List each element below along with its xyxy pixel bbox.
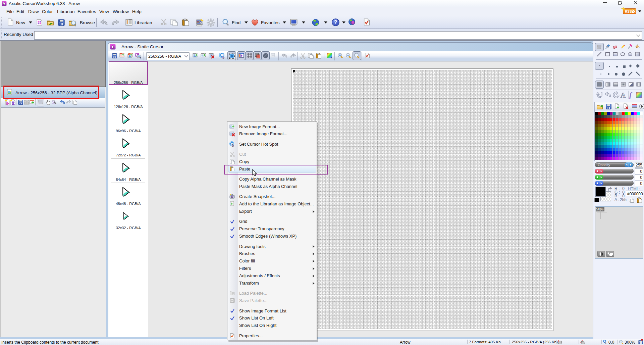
- svg-text:?: ?: [334, 19, 337, 25]
- svg-text:RSS: RSS: [625, 10, 632, 13]
